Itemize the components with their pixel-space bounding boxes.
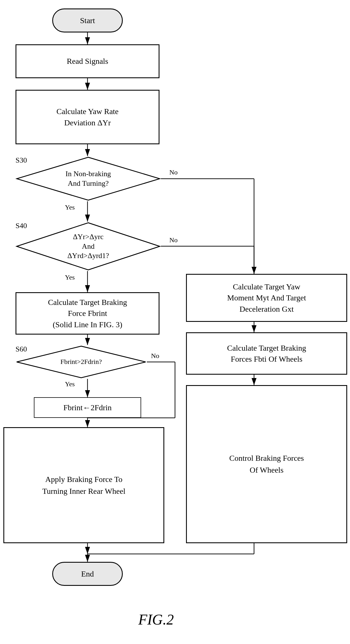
s80-text: Apply Braking Force ToTurning Inner Rear… bbox=[42, 473, 126, 497]
s70-text: Fbrint←2Fdrin bbox=[63, 403, 111, 412]
s40-node: ΔYr>ΔyrcAndΔYrd>Δyrd1? bbox=[16, 222, 161, 271]
s20-node: Calculate Yaw RateDeviation ΔYr bbox=[16, 90, 159, 144]
s90-node: Calculate Target YawMoment Myt And Targe… bbox=[186, 274, 347, 322]
end-label: End bbox=[81, 569, 94, 578]
start-node: Start bbox=[52, 8, 123, 32]
s30-text: In Non-brakingAnd Turning? bbox=[65, 169, 111, 188]
s10-text: Read Signals bbox=[67, 57, 108, 66]
s60-node: Fbrint>2Fdrin? bbox=[16, 345, 147, 379]
svg-text:No: No bbox=[151, 352, 159, 359]
s100-node: Calculate Target BrakingForces Fbti Of W… bbox=[186, 332, 347, 375]
s40-text: ΔYr>ΔyrcAndΔYrd>Δyrd1? bbox=[67, 232, 109, 261]
start-label: Start bbox=[80, 16, 95, 25]
svg-text:No: No bbox=[169, 236, 178, 244]
end-node: End bbox=[52, 562, 123, 586]
s10-node: Read Signals bbox=[16, 44, 159, 78]
svg-text:No: No bbox=[169, 169, 178, 176]
s110-node: Control Braking ForcesOf Wheels bbox=[186, 385, 347, 543]
s80-node: Apply Braking Force ToTurning Inner Rear… bbox=[3, 427, 164, 543]
s90-text: Calculate Target YawMoment Myt And Targe… bbox=[227, 281, 306, 315]
s50-node: Calculate Target BrakingForce Fbrint(Sol… bbox=[16, 292, 159, 335]
svg-text:Yes: Yes bbox=[65, 380, 75, 388]
s20-text: Calculate Yaw RateDeviation ΔYr bbox=[56, 106, 119, 128]
svg-text:Yes: Yes bbox=[65, 204, 75, 211]
s110-text: Control Braking ForcesOf Wheels bbox=[229, 452, 304, 476]
s30-node: In Non-brakingAnd Turning? bbox=[16, 156, 161, 201]
figure-label: FIG.2 bbox=[138, 611, 174, 628]
svg-text:Yes: Yes bbox=[65, 274, 75, 281]
s70-node: Fbrint←2Fdrin bbox=[34, 397, 141, 418]
s50-text: Calculate Target BrakingForce Fbrint(Sol… bbox=[48, 297, 127, 330]
s60-text: Fbrint>2Fdrin? bbox=[60, 357, 102, 366]
s100-text: Calculate Target BrakingForces Fbti Of W… bbox=[227, 342, 306, 364]
